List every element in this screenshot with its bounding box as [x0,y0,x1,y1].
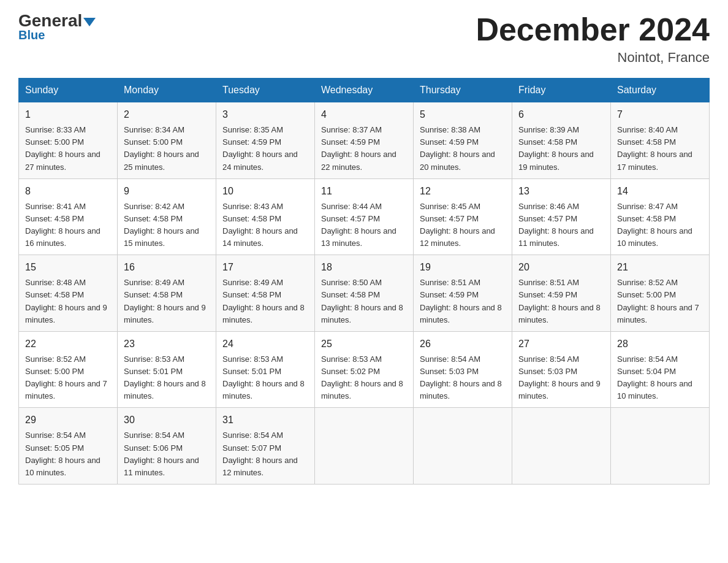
day-number: 9 [124,184,210,199]
day-number: 23 [124,337,210,351]
calendar-cell: 26Sunrise: 8:54 AMSunset: 5:03 PMDayligh… [414,331,512,408]
day-number: 30 [124,413,210,427]
calendar-week-row: 8Sunrise: 8:41 AMSunset: 4:58 PMDaylight… [19,178,710,255]
calendar-cell: 28Sunrise: 8:54 AMSunset: 5:04 PMDayligh… [611,331,710,408]
col-monday: Monday [118,79,216,102]
location: Nointot, France [476,50,710,66]
calendar-cell: 11Sunrise: 8:44 AMSunset: 4:57 PMDayligh… [315,178,414,255]
col-sunday: Sunday [19,79,118,102]
calendar-cell: 19Sunrise: 8:51 AMSunset: 4:59 PMDayligh… [414,255,512,332]
day-info: Sunrise: 8:50 AMSunset: 4:58 PMDaylight:… [321,277,407,326]
day-info: Sunrise: 8:44 AMSunset: 4:57 PMDaylight:… [321,201,407,250]
calendar-week-row: 22Sunrise: 8:52 AMSunset: 5:00 PMDayligh… [19,331,710,408]
day-number: 13 [518,184,604,199]
calendar-cell: 9Sunrise: 8:42 AMSunset: 4:58 PMDaylight… [118,178,216,255]
day-info: Sunrise: 8:37 AMSunset: 4:59 PMDaylight:… [321,124,407,174]
logo-general: General [18,12,96,29]
calendar-cell: 29Sunrise: 8:54 AMSunset: 5:05 PMDayligh… [19,408,118,484]
calendar-cell: 6Sunrise: 8:39 AMSunset: 4:58 PMDaylight… [512,102,611,179]
day-info: Sunrise: 8:41 AMSunset: 4:58 PMDaylight:… [25,201,111,250]
col-wednesday: Wednesday [315,79,414,102]
calendar-cell: 17Sunrise: 8:49 AMSunset: 4:58 PMDayligh… [216,255,315,332]
day-info: Sunrise: 8:48 AMSunset: 4:58 PMDaylight:… [25,277,111,326]
day-info: Sunrise: 8:52 AMSunset: 5:00 PMDaylight:… [25,353,111,403]
day-info: Sunrise: 8:53 AMSunset: 5:01 PMDaylight:… [124,353,210,403]
day-info: Sunrise: 8:35 AMSunset: 4:59 PMDaylight:… [222,124,308,174]
day-info: Sunrise: 8:47 AMSunset: 4:58 PMDaylight:… [617,201,703,250]
day-number: 6 [518,107,604,122]
day-info: Sunrise: 8:45 AMSunset: 4:57 PMDaylight:… [420,201,506,250]
day-number: 26 [420,337,506,351]
day-number: 4 [321,107,407,122]
day-number: 14 [617,184,703,199]
day-info: Sunrise: 8:54 AMSunset: 5:06 PMDaylight:… [124,429,210,479]
logo: General Blue [18,12,96,42]
calendar-cell: 15Sunrise: 8:48 AMSunset: 4:58 PMDayligh… [19,255,118,332]
day-info: Sunrise: 8:33 AMSunset: 5:00 PMDaylight:… [25,124,111,174]
day-info: Sunrise: 8:51 AMSunset: 4:59 PMDaylight:… [518,277,604,326]
day-info: Sunrise: 8:34 AMSunset: 5:00 PMDaylight:… [124,124,210,174]
day-number: 28 [617,337,703,351]
logo-blue: Blue [18,28,45,42]
month-title: December 2024 [476,12,710,47]
day-number: 10 [222,184,308,199]
day-number: 18 [321,260,407,275]
calendar-cell: 8Sunrise: 8:41 AMSunset: 4:58 PMDaylight… [19,178,118,255]
day-info: Sunrise: 8:53 AMSunset: 5:02 PMDaylight:… [321,353,407,403]
calendar-cell: 2Sunrise: 8:34 AMSunset: 5:00 PMDaylight… [118,102,216,179]
day-number: 16 [124,260,210,275]
day-number: 27 [518,337,604,351]
calendar-cell [512,408,611,484]
calendar-cell: 16Sunrise: 8:49 AMSunset: 4:58 PMDayligh… [118,255,216,332]
calendar-week-row: 29Sunrise: 8:54 AMSunset: 5:05 PMDayligh… [19,408,710,484]
day-number: 3 [222,107,308,122]
day-number: 12 [420,184,506,199]
calendar-cell: 7Sunrise: 8:40 AMSunset: 4:58 PMDaylight… [611,102,710,179]
calendar-cell: 12Sunrise: 8:45 AMSunset: 4:57 PMDayligh… [414,178,512,255]
calendar-cell: 5Sunrise: 8:38 AMSunset: 4:59 PMDaylight… [414,102,512,179]
day-number: 31 [222,413,308,427]
day-info: Sunrise: 8:54 AMSunset: 5:07 PMDaylight:… [222,429,308,479]
calendar-cell [414,408,512,484]
calendar-cell: 18Sunrise: 8:50 AMSunset: 4:58 PMDayligh… [315,255,414,332]
day-number: 29 [25,413,111,427]
day-info: Sunrise: 8:49 AMSunset: 4:58 PMDaylight:… [124,277,210,326]
day-info: Sunrise: 8:54 AMSunset: 5:05 PMDaylight:… [25,429,111,479]
calendar-week-row: 1Sunrise: 8:33 AMSunset: 5:00 PMDaylight… [19,102,710,179]
calendar-cell: 21Sunrise: 8:52 AMSunset: 5:00 PMDayligh… [611,255,710,332]
day-number: 21 [617,260,703,275]
day-info: Sunrise: 8:49 AMSunset: 4:58 PMDaylight:… [222,277,308,326]
col-friday: Friday [512,79,611,102]
calendar-cell: 3Sunrise: 8:35 AMSunset: 4:59 PMDaylight… [216,102,315,179]
calendar-week-row: 15Sunrise: 8:48 AMSunset: 4:58 PMDayligh… [19,255,710,332]
logo-triangle-icon [83,18,96,26]
col-saturday: Saturday [611,79,710,102]
day-info: Sunrise: 8:51 AMSunset: 4:59 PMDaylight:… [420,277,506,326]
calendar-header-row: Sunday Monday Tuesday Wednesday Thursday… [19,79,710,102]
day-number: 19 [420,260,506,275]
day-number: 1 [25,107,111,122]
day-number: 22 [25,337,111,351]
day-number: 25 [321,337,407,351]
day-info: Sunrise: 8:40 AMSunset: 4:58 PMDaylight:… [617,124,703,174]
page-header: General Blue December 2024 Nointot, Fran… [18,12,710,66]
calendar-cell: 30Sunrise: 8:54 AMSunset: 5:06 PMDayligh… [118,408,216,484]
calendar-cell: 27Sunrise: 8:54 AMSunset: 5:03 PMDayligh… [512,331,611,408]
day-info: Sunrise: 8:54 AMSunset: 5:03 PMDaylight:… [518,353,604,403]
day-number: 7 [617,107,703,122]
calendar-cell: 10Sunrise: 8:43 AMSunset: 4:58 PMDayligh… [216,178,315,255]
day-number: 5 [420,107,506,122]
day-info: Sunrise: 8:53 AMSunset: 5:01 PMDaylight:… [222,353,308,403]
day-number: 24 [222,337,308,351]
calendar-cell: 13Sunrise: 8:46 AMSunset: 4:57 PMDayligh… [512,178,611,255]
day-number: 11 [321,184,407,199]
day-info: Sunrise: 8:54 AMSunset: 5:04 PMDaylight:… [617,353,703,403]
col-tuesday: Tuesday [216,79,315,102]
day-info: Sunrise: 8:52 AMSunset: 5:00 PMDaylight:… [617,277,703,326]
calendar-cell: 24Sunrise: 8:53 AMSunset: 5:01 PMDayligh… [216,331,315,408]
day-info: Sunrise: 8:43 AMSunset: 4:58 PMDaylight:… [222,201,308,250]
day-info: Sunrise: 8:42 AMSunset: 4:58 PMDaylight:… [124,201,210,250]
day-number: 20 [518,260,604,275]
calendar-cell [315,408,414,484]
day-number: 15 [25,260,111,275]
